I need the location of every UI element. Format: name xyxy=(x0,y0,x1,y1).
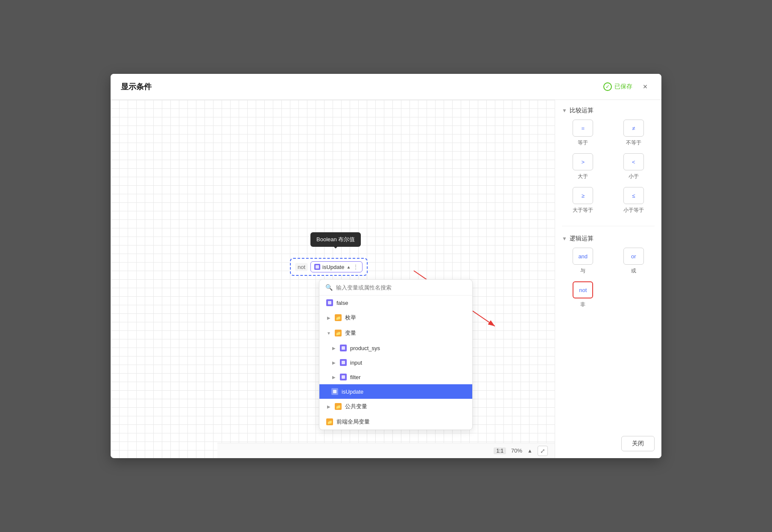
modal-body: Boolean 布尔值 not isUpdate ▲ ⋮ xyxy=(111,100,661,458)
divider xyxy=(562,226,655,226)
item-icon xyxy=(340,345,347,351)
right-panel: ▼ 比较运算 = 等于 ≠ 不等于 > 大于 xyxy=(555,100,661,458)
list-item[interactable]: ▶ filter xyxy=(319,370,472,384)
op-item-eq: = 等于 xyxy=(562,120,604,146)
list-item[interactable]: ▶ input xyxy=(319,355,472,370)
variable-icon xyxy=(314,264,320,270)
svg-rect-3 xyxy=(342,346,345,350)
logic-title-label: 逻辑运算 xyxy=(570,235,594,243)
op-gt-label: 大于 xyxy=(578,173,588,180)
tooltip-text: Boolean 布尔值 xyxy=(316,236,355,243)
chevron-icon: ▼ xyxy=(562,236,567,242)
op-not-label: 非 xyxy=(580,301,585,308)
op-item-not: not 非 xyxy=(562,281,604,308)
tree-toggle-icon[interactable]: ▶ xyxy=(331,374,336,380)
tree-toggle-icon[interactable]: ▶ xyxy=(331,345,336,351)
list-item[interactable]: 📁 前端全局变量 xyxy=(319,414,472,430)
search-icon: 🔍 xyxy=(325,284,333,291)
svg-rect-4 xyxy=(342,361,345,364)
list-item[interactable]: ▶ 📁 公共变量 xyxy=(319,399,472,414)
op-neq-button[interactable]: ≠ xyxy=(623,120,644,137)
op-item-and: and 与 xyxy=(562,248,604,275)
op-neq-label: 不等于 xyxy=(626,139,641,146)
logic-ops-grid: and 与 or 或 not 非 xyxy=(562,248,655,308)
search-input[interactable] xyxy=(336,284,466,291)
op-lte-label: 小于等于 xyxy=(623,207,644,214)
modal: 显示条件 ✓ 已保存 × Boolean 布尔值 not xyxy=(111,74,661,458)
op-not-button[interactable]: not xyxy=(573,281,593,298)
dropdown-list: false ▶ 📁 枚举 ▼ 📁 变量 xyxy=(319,295,472,430)
dropdown-panel: 🔍 false ▶ 📁 枚举 xyxy=(319,279,473,430)
list-item-selected[interactable]: isUpdate xyxy=(319,384,472,399)
not-node[interactable]: not isUpdate ▲ ⋮ xyxy=(290,258,368,276)
chevron-icon: ▼ xyxy=(562,108,567,114)
list-item[interactable]: ▶ product_sys xyxy=(319,341,472,355)
logic-section: ▼ 逻辑运算 and 与 or 或 not 非 xyxy=(562,235,655,312)
op-item-gte: ≥ 大于等于 xyxy=(562,187,604,214)
op-gte-label: 大于等于 xyxy=(573,207,593,214)
compare-section-title: ▼ 比较运算 xyxy=(562,107,655,114)
folder-icon: 📁 xyxy=(335,314,342,321)
saved-icon: ✓ xyxy=(603,82,612,91)
svg-rect-2 xyxy=(328,301,331,304)
op-or-label: 或 xyxy=(631,267,636,275)
folder-icon: 📁 xyxy=(326,418,333,425)
list-item[interactable]: ▼ 📁 变量 xyxy=(319,325,472,341)
isupdate-chip[interactable]: isUpdate ▲ ⋮ xyxy=(310,261,363,272)
tree-toggle-icon[interactable]: ▶ xyxy=(326,404,331,409)
compare-title-label: 比较运算 xyxy=(570,107,594,114)
op-or-button[interactable]: or xyxy=(623,248,644,265)
zoom-label: 70% xyxy=(511,447,522,454)
item-icon xyxy=(340,359,347,366)
compare-section: ▼ 比较运算 = 等于 ≠ 不等于 > 大于 xyxy=(562,107,655,217)
svg-rect-0 xyxy=(316,265,319,269)
op-lt-button[interactable]: < xyxy=(623,153,644,170)
op-and-button[interactable]: and xyxy=(573,248,593,265)
chip-more-icon[interactable]: ⋮ xyxy=(353,263,359,270)
op-item-lte: ≤ 小于等于 xyxy=(613,187,655,214)
header-right: ✓ 已保存 × xyxy=(603,81,651,93)
tree-toggle-icon[interactable]: ▶ xyxy=(326,315,331,320)
op-item-lt: < 小于 xyxy=(613,153,655,180)
folder-icon: 📁 xyxy=(335,403,342,410)
close-button[interactable]: × xyxy=(639,81,651,93)
canvas-area[interactable]: Boolean 布尔值 not isUpdate ▲ ⋮ xyxy=(111,100,555,458)
item-icon xyxy=(331,388,338,395)
tooltip-box: Boolean 布尔值 xyxy=(310,232,361,247)
item-icon xyxy=(326,299,333,306)
modal-title: 显示条件 xyxy=(121,82,152,92)
op-gt-button[interactable]: > xyxy=(573,153,593,170)
item-icon xyxy=(340,374,347,380)
tree-toggle-icon[interactable]: ▶ xyxy=(331,360,336,365)
saved-label: 已保存 xyxy=(614,83,632,91)
folder-icon: 📁 xyxy=(335,330,342,336)
list-item[interactable]: false xyxy=(319,295,472,310)
svg-rect-6 xyxy=(333,390,336,393)
zoom-up-icon[interactable]: ▲ xyxy=(527,448,532,454)
close-footer: 关闭 xyxy=(562,436,655,451)
op-lt-label: 小于 xyxy=(629,173,639,180)
op-lte-button[interactable]: ≤ xyxy=(623,187,644,204)
chip-label: isUpdate xyxy=(322,264,344,270)
footer-close-button[interactable]: 关闭 xyxy=(621,436,655,451)
compare-ops-grid: = 等于 ≠ 不等于 > 大于 < 小于 xyxy=(562,120,655,214)
list-item[interactable]: ▶ 📁 枚举 xyxy=(319,310,472,325)
not-label: not xyxy=(295,263,308,271)
bottom-bar: 1:1 70% ▲ ⤢ xyxy=(217,443,555,458)
logic-section-title: ▼ 逻辑运算 xyxy=(562,235,655,243)
modal-header: 显示条件 ✓ 已保存 × xyxy=(111,74,661,100)
fullscreen-button[interactable]: ⤢ xyxy=(538,446,548,456)
tree-toggle-icon[interactable]: ▼ xyxy=(326,330,331,336)
op-gte-button[interactable]: ≥ xyxy=(573,187,593,204)
svg-rect-5 xyxy=(342,375,345,379)
dropdown-search: 🔍 xyxy=(319,280,472,295)
saved-badge: ✓ 已保存 xyxy=(603,82,632,91)
op-and-label: 与 xyxy=(580,267,585,275)
ratio-label: 1:1 xyxy=(494,447,506,454)
chip-arrow-icon: ▲ xyxy=(346,265,351,269)
op-eq-button[interactable]: = xyxy=(573,120,593,137)
op-item-gt: > 大于 xyxy=(562,153,604,180)
op-item-neq: ≠ 不等于 xyxy=(613,120,655,146)
ratio-badge: 1:1 xyxy=(494,447,506,454)
op-eq-label: 等于 xyxy=(578,139,588,146)
